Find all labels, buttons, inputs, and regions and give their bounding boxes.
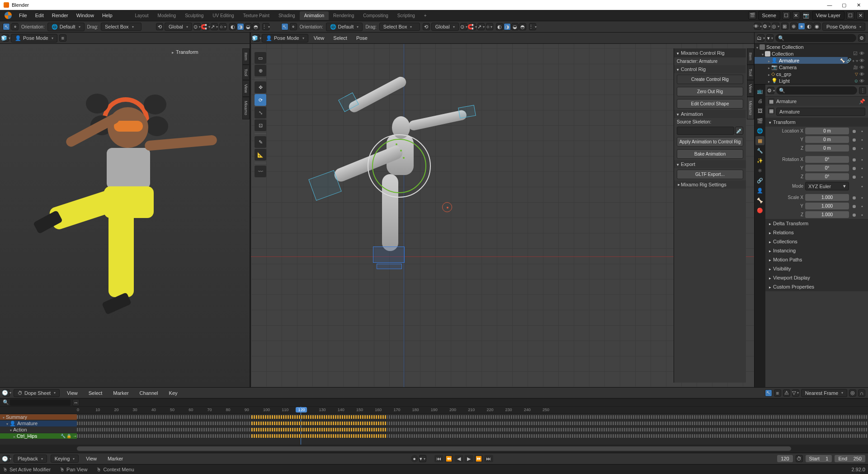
ptab-particles[interactable]: ✨: [755, 156, 764, 165]
rotation-y[interactable]: 0°: [805, 165, 849, 171]
add-workspace[interactable]: +: [420, 11, 431, 20]
scale-x[interactable]: 1.000: [805, 194, 849, 201]
eyedropper-icon[interactable]: 💉: [735, 127, 743, 135]
tab-modeling[interactable]: Modeling: [153, 11, 181, 20]
new-viewlayer-icon[interactable]: ☐: [846, 11, 854, 19]
side-tab-mixamo-r[interactable]: Mixamo: [747, 97, 754, 119]
track-action[interactable]: Action: [13, 427, 27, 432]
datablock-browse-icon[interactable]: ▦: [768, 98, 774, 104]
gizmo-main-icon[interactable]: ⚙: [763, 23, 770, 30]
channel-filter-icon[interactable]: ↔: [72, 399, 80, 406]
new-scene-icon[interactable]: ☐: [782, 11, 790, 19]
close-button[interactable]: ✕: [855, 2, 862, 8]
gizmo-toggle-l2[interactable]: ◑: [237, 23, 244, 30]
tab-animation[interactable]: Animation: [300, 11, 329, 20]
ds-filter-icon[interactable]: ▽: [792, 389, 799, 397]
ds-error-icon[interactable]: ⚠: [783, 389, 790, 397]
shading-matprev-icon[interactable]: ◐: [806, 23, 813, 30]
location-y[interactable]: 0 m: [805, 136, 849, 143]
tool-annotate[interactable]: ✎: [255, 136, 266, 148]
edit-control-shape-button[interactable]: Edit Control Shape: [677, 99, 743, 109]
transform-panel-header-l[interactable]: Transform: [172, 49, 198, 55]
channel-search[interactable]: [10, 399, 71, 406]
pivot-icon-l[interactable]: ⊙: [193, 23, 201, 30]
sec-delta[interactable]: Delta Transform: [773, 221, 808, 226]
outliner-display-mode[interactable]: ▾: [766, 34, 774, 42]
tab-rendering[interactable]: Rendering: [329, 11, 359, 20]
tool-cursor[interactable]: ⊕: [255, 65, 266, 76]
tool-measure[interactable]: 📐: [255, 149, 266, 161]
tool-move[interactable]: ✥: [255, 81, 266, 93]
scene-browse-icon[interactable]: 🎬: [748, 11, 756, 19]
sec-viewport-display[interactable]: Viewport Display: [773, 275, 810, 280]
timeline-tracks[interactable]: Summary 👤Armature Action Ctrl_Hips🔧 🔒 →: [0, 414, 868, 445]
gizmo-toggle-r2[interactable]: ◑: [504, 23, 511, 30]
ol-cs-grp[interactable]: ◇cs_grp▽👁: [755, 71, 868, 77]
snap-toggle-l[interactable]: 🧲: [202, 23, 209, 30]
viewlayer-browse-icon[interactable]: 📷: [802, 11, 810, 19]
shading-wire-icon[interactable]: ⊕: [790, 23, 797, 30]
rotation-x[interactable]: 0°: [805, 156, 849, 163]
tool-breakdowner[interactable]: 〰: [255, 166, 266, 177]
create-control-rig-button[interactable]: Create Control Rig: [677, 75, 743, 84]
menu-file[interactable]: File: [15, 11, 31, 20]
track-summary[interactable]: Summary: [6, 414, 27, 420]
transform-orient-icon-l[interactable]: ⟲: [156, 23, 163, 30]
gizmo-toggle-r3[interactable]: ◒: [511, 23, 519, 30]
jump-end-icon[interactable]: ⏭: [484, 455, 493, 462]
ptab-constraints[interactable]: 🔗: [755, 176, 764, 185]
autokey-icon[interactable]: ●: [411, 455, 418, 462]
end-frame-field[interactable]: End 250: [835, 455, 865, 462]
falloff-icon-r[interactable]: ⚬: [290, 23, 297, 30]
props-editor-type[interactable]: ⚙: [767, 87, 774, 94]
timeline-hscroll[interactable]: [77, 446, 791, 451]
side-tab-mixamo-l[interactable]: Mixamo: [242, 97, 250, 119]
tab-uv[interactable]: UV Editing: [208, 11, 238, 20]
tool-scale[interactable]: ⤡: [255, 107, 266, 118]
gizmo-toggle-l1[interactable]: ◐: [229, 23, 236, 30]
ds-menu-select[interactable]: Select: [85, 389, 106, 398]
ptab-world[interactable]: 🌐: [755, 126, 764, 135]
scene-name-field[interactable]: Scene: [758, 11, 780, 20]
current-frame-field[interactable]: 120: [777, 455, 793, 462]
outliner-editor-icon[interactable]: 🗂: [757, 34, 764, 42]
jump-next-key-icon[interactable]: ⏩: [474, 455, 483, 462]
global-dropdown-l[interactable]: Global: [165, 23, 192, 31]
side-tab-tool-l[interactable]: Tool: [242, 65, 250, 81]
global-dropdown-r[interactable]: Global: [431, 23, 459, 31]
viewport-canvas-right[interactable]: ▭ ⊕ ✥ ⟳ ⤡ ⊡ ✎ 📐 〰 Z Y X 🔍: [251, 44, 754, 387]
location-x[interactable]: 0 m: [805, 128, 849, 134]
falloff-icon[interactable]: ⚬: [11, 23, 19, 30]
sec-custom-props[interactable]: Custom Properties: [773, 284, 814, 289]
track-ctrl-hips[interactable]: Ctrl_Hips: [17, 433, 37, 439]
overlay-options-r[interactable]: ⋮: [529, 23, 536, 30]
menu-help[interactable]: Help: [99, 11, 116, 20]
rotation-z[interactable]: 0°: [805, 173, 849, 180]
tool-rotate[interactable]: ⟳: [255, 94, 266, 106]
snap-toggle-r[interactable]: 🧲: [469, 23, 476, 30]
props-search[interactable]: 🔍: [776, 86, 857, 95]
editor-type-icon-r[interactable]: 🧊: [253, 34, 260, 42]
minimize-button[interactable]: —: [826, 2, 833, 8]
side-tab-item-r[interactable]: Item: [747, 48, 754, 65]
dopesheet-mode-dropdown[interactable]: ⏱Dope Sheet: [14, 389, 60, 397]
sec-relations[interactable]: Relations: [773, 230, 794, 235]
dopesheet-editor-icon[interactable]: 🕒: [3, 389, 10, 397]
preview-range-icon[interactable]: ⏱: [796, 455, 803, 462]
object-name-icon[interactable]: ▦: [768, 108, 774, 114]
location-z[interactable]: 0 m: [805, 145, 849, 152]
ol-armature[interactable]: 👤Armature🦴 🔗 ⬨ ▽👁: [755, 57, 868, 64]
anim-loc-x-icon[interactable]: ⏺: [851, 128, 857, 134]
gltf-export-button[interactable]: GLTF Export...: [677, 170, 743, 179]
track-armature[interactable]: Armature: [17, 421, 38, 426]
sec-visibility[interactable]: Visibility: [773, 266, 791, 271]
tool-select[interactable]: ▭: [255, 52, 266, 64]
orientation-dropdown-r[interactable]: 🌐Default: [326, 23, 363, 31]
pin-icon[interactable]: 📌: [859, 99, 865, 104]
maximize-button[interactable]: ▢: [841, 2, 847, 8]
rotation-mode-dropdown[interactable]: XYZ Euler▾: [805, 182, 849, 190]
scale-y[interactable]: 1.000: [805, 203, 849, 209]
bake-animation-button[interactable]: Bake Animation: [677, 149, 743, 159]
apply-animation-button[interactable]: Apply Animation to Control Rig: [677, 137, 743, 147]
ds-summary-icon[interactable]: ≡: [774, 389, 781, 397]
